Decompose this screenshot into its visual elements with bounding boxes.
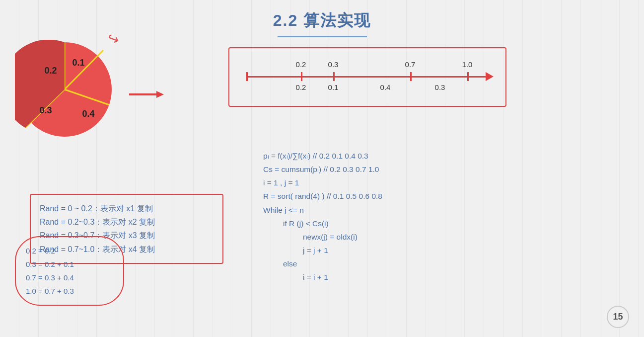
svg-text:0.1: 0.1 [72,58,84,68]
pie-chart: ↩ [15,40,124,149]
code-line-8: else [263,257,611,270]
nl-tick-02 [301,72,302,81]
nl-arrow-icon [486,72,494,81]
nl-tick-07 [410,72,412,81]
number-line-box: 0.2 0.2 0.3 0.1 0.4 0.7 1.0 0.3 [228,47,506,107]
code-line-3: R = sort( rand(4) ) // 0.1 0.5 0.6 0.8 [263,189,611,203]
calc-line-1: 0.2 = 0.2 [26,244,113,257]
nl-tick-03 [333,72,335,81]
nl-line [246,76,489,78]
code-line-6: newx(j) = oldx(i) [263,230,611,244]
code-line-0: pᵢ = f(xᵢ)/∑f(xᵢ) // 0.2 0.1 0.4 0.3 [263,149,611,163]
code-line-9: i = i + 1 [263,270,611,284]
nl-label-mid-04: 0.4 [380,83,391,91]
nl-tick-origin [246,72,248,81]
calc-line-3: 0.7 = 0.3 + 0.4 [26,271,113,284]
nl-label-bottom-03: 0.1 [328,83,339,91]
page-number: 15 [607,306,629,328]
nl-label-bottom-03b: 0.3 [435,83,445,91]
rand-line-1: Rand = 0 ~ 0.2：表示对 x1 复制 [40,202,214,215]
pie-svg: 0.1 0.2 0.3 0.4 [15,40,114,139]
code-line-4: While j <= n [263,203,611,217]
svg-text:0.2: 0.2 [44,66,57,76]
number-line: 0.2 0.2 0.3 0.1 0.4 0.7 1.0 0.3 [241,57,494,97]
nl-label-top-03: 0.3 [328,60,339,69]
right-arrow [129,87,164,102]
rand-line-2: Rand = 0.2~0.3：表示对 x2 复制 [40,215,214,229]
calc-line-4: 1.0 = 0.7 + 0.3 [26,284,113,298]
nl-label-bottom-02: 0.2 [296,83,306,91]
code-line-1: Cs = cumsum(pᵢ) // 0.2 0.3 0.7 1.0 [263,163,611,176]
code-area: pᵢ = f(xᵢ)/∑f(xᵢ) // 0.2 0.1 0.4 0.3 Cs … [263,149,611,284]
svg-text:0.4: 0.4 [82,109,94,119]
left-column: ↩ [15,40,223,159]
code-line-5: if R (j) < Cs(i) [263,217,611,230]
pie-area: ↩ [15,40,223,149]
calc-oval: 0.2 = 0.2 0.3 = 0.2 + 0.1 0.7 = 0.3 + 0.… [15,236,124,306]
nl-label-top-07: 0.7 [405,60,416,69]
arrow-svg [129,87,164,102]
page: 2.2 算法实现 ↩ [0,0,644,337]
nl-label-top-10: 1.0 [462,60,473,69]
calc-line-2: 0.3 = 0.2 + 0.1 [26,257,113,271]
title-underline [278,36,367,37]
nl-label-top-02: 0.2 [296,60,306,69]
nl-tick-10 [467,72,469,81]
code-line-2: i = 1 , j = 1 [263,176,611,189]
svg-text:0.3: 0.3 [39,105,52,115]
svg-marker-10 [156,91,164,98]
code-line-7: j = j + 1 [263,244,611,257]
